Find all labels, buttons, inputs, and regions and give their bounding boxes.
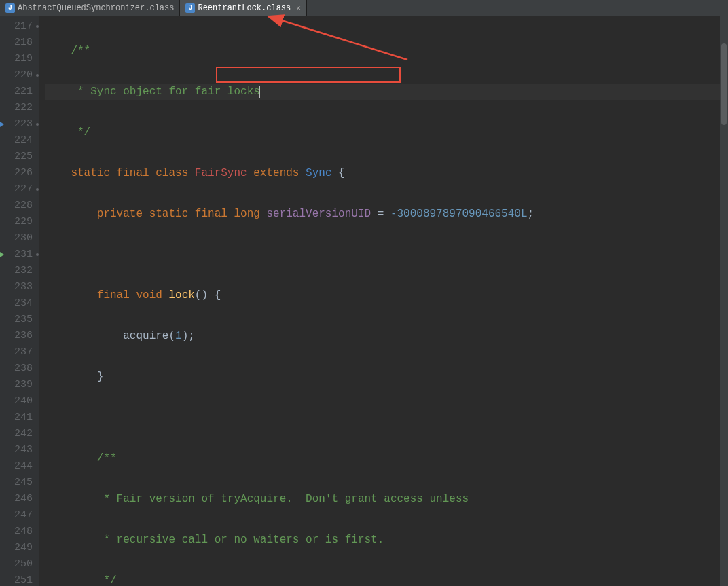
line-number: 226 <box>0 165 39 181</box>
code-text: static final class <box>45 167 195 179</box>
code-text: /** <box>45 45 90 57</box>
code-text <box>45 330 123 342</box>
line-number: 235 <box>0 312 39 328</box>
code-text: () { <box>195 289 221 301</box>
line-number: 225 <box>0 149 39 165</box>
line-number: 236 <box>0 328 39 344</box>
line-number: 220 <box>0 67 39 84</box>
code-text: = <box>371 208 390 220</box>
line-number: 241 <box>0 409 39 426</box>
line-number: 239 <box>0 377 39 393</box>
vertical-scrollbar[interactable] <box>720 16 728 586</box>
code-editor[interactable]: 217 218 219 220 221 222 223 224 225 226 … <box>0 16 728 586</box>
text-cursor <box>259 86 260 98</box>
scrollbar-thumb[interactable] <box>721 43 727 125</box>
line-number: 243 <box>0 442 39 458</box>
code-text: ; <box>528 208 534 220</box>
code-text: { <box>331 167 344 179</box>
line-number: 251 <box>0 572 39 586</box>
code-text: -3000897897090466540L <box>390 208 528 220</box>
line-number: 245 <box>0 475 39 491</box>
line-number: 227 <box>0 181 39 198</box>
line-number: 217 <box>0 18 39 35</box>
code-text: lock <box>168 289 194 301</box>
code-text: ( <box>168 330 175 342</box>
line-number: 230 <box>0 230 39 246</box>
line-number: 222 <box>0 100 39 116</box>
tab-label: AbstractQueuedSynchronizer.class <box>18 3 174 13</box>
code-text: Sync <box>306 167 331 179</box>
code-text: ); <box>182 330 195 342</box>
line-number: 218 <box>0 35 39 51</box>
code-text: extends <box>247 167 306 179</box>
close-icon[interactable]: ✕ <box>296 3 301 12</box>
code-text: FairSync <box>195 167 247 179</box>
line-number: 250 <box>0 556 39 572</box>
line-number: 234 <box>0 295 39 312</box>
editor-tabs: J AbstractQueuedSynchronizer.class J Ree… <box>0 0 728 16</box>
java-class-icon: J <box>5 3 15 13</box>
code-text: /** <box>45 452 117 464</box>
code-text: */ <box>45 126 90 139</box>
line-number: 223 <box>0 116 39 132</box>
line-number: 240 <box>0 393 39 409</box>
tab-reentrant-lock[interactable]: J ReentrantLock.class ✕ <box>180 0 306 16</box>
line-gutter: 217 218 219 220 221 222 223 224 225 226 … <box>0 16 39 586</box>
code-text: * recursive call or no waiters or is fir… <box>45 534 384 546</box>
tab-abstract-queued-synchronizer[interactable]: J AbstractQueuedSynchronizer.class <box>0 0 180 16</box>
line-number: 242 <box>0 426 39 442</box>
code-area[interactable]: /** * Sync object for fair locks */ stat… <box>39 16 728 586</box>
tab-label: ReentrantLock.class <box>198 3 291 13</box>
line-number: 224 <box>0 132 39 149</box>
code-text: } <box>45 371 103 383</box>
annotation-red-box <box>216 67 401 83</box>
code-text: */ <box>45 574 117 586</box>
java-class-icon: J <box>185 3 195 13</box>
code-text: serialVersionUID <box>266 208 371 220</box>
code-text: final void <box>45 289 168 301</box>
line-number: 219 <box>0 51 39 67</box>
line-number: 231 <box>0 246 39 263</box>
line-number: 247 <box>0 507 39 524</box>
line-number: 237 <box>0 344 39 361</box>
line-number: 221 <box>0 84 39 100</box>
code-text: acquire <box>123 330 168 342</box>
code-text: * Fair version of tryAcquire. Don't gran… <box>45 493 469 505</box>
line-number: 233 <box>0 279 39 295</box>
line-number: 248 <box>0 524 39 540</box>
line-number: 228 <box>0 198 39 214</box>
line-number: 238 <box>0 361 39 377</box>
line-number: 229 <box>0 214 39 230</box>
line-number: 246 <box>0 491 39 507</box>
code-text: * Sync object for fair locks <box>45 86 260 98</box>
code-text: private static final long <box>45 208 266 220</box>
line-number: 249 <box>0 540 39 556</box>
line-number: 244 <box>0 458 39 475</box>
line-number: 232 <box>0 263 39 279</box>
code-text: 1 <box>175 330 182 342</box>
